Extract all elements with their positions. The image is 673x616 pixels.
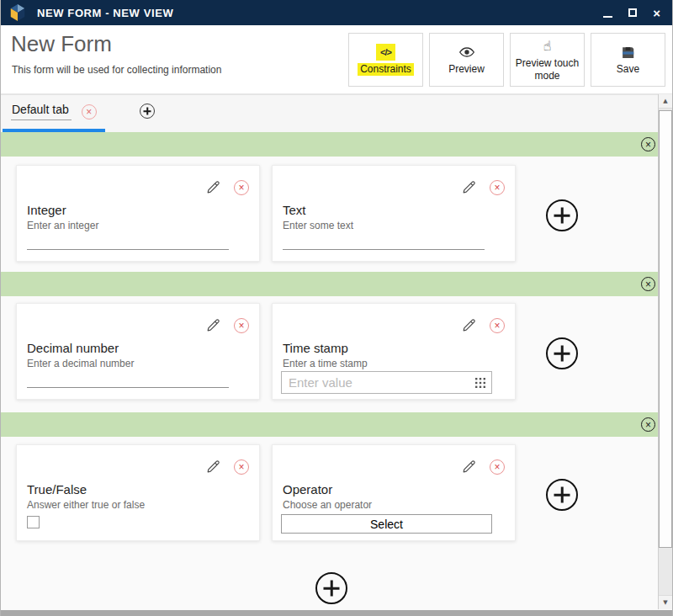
edit-pencil-icon[interactable] (205, 179, 221, 195)
section-1-delete-icon[interactable]: × (641, 137, 655, 151)
edit-pencil-icon[interactable] (461, 317, 477, 333)
add-tab-button[interactable] (140, 104, 155, 119)
maximize-icon[interactable] (628, 8, 637, 17)
window-bottom-border (1, 610, 672, 616)
field-description: Enter a decimal number (27, 358, 134, 369)
section-2-delete-icon[interactable]: × (641, 277, 655, 291)
vertical-scrollbar: ▲ ▼ (658, 94, 672, 609)
window-title: NEW FORM - NEW VIEW (37, 7, 173, 19)
field-title: True/False (27, 482, 87, 497)
window-controls: × (603, 7, 660, 19)
section-1-header: × (1, 132, 659, 157)
decimal-input[interactable] (27, 373, 229, 388)
field-title: Operator (283, 482, 332, 497)
true-false-checkbox[interactable] (27, 516, 40, 528)
field-description: Enter an integer (27, 220, 98, 231)
close-icon[interactable]: × (653, 7, 660, 19)
form-header: New Form This form will be used for coll… (1, 25, 672, 94)
titlebar: NEW FORM - NEW VIEW × (1, 0, 672, 25)
touch-pointer-icon: ☝ (539, 38, 556, 55)
edit-pencil-icon[interactable] (205, 317, 221, 333)
preview-label: Preview (446, 63, 487, 76)
save-label: Save (614, 63, 642, 76)
field-description: Answer either true or false (27, 499, 145, 511)
eye-icon (454, 44, 480, 61)
tab-label[interactable]: Default tab (11, 103, 72, 120)
app-logo-icon (8, 3, 27, 22)
tabbar: Default tab × (1, 94, 659, 132)
preview-button[interactable]: Preview (429, 33, 504, 87)
delete-field-icon[interactable]: × (490, 180, 505, 195)
field-description: Enter a time stamp (283, 358, 368, 369)
field-description: Enter some text (283, 220, 353, 231)
toolbar: </> Constraints Preview ☝ Preview touch … (348, 33, 665, 87)
constraints-label: Constraints (358, 63, 414, 76)
page-title: New Form (11, 31, 112, 57)
add-field-button-section-3[interactable] (546, 479, 578, 511)
section-1-row: × Integer Enter an integer × Text Enter … (1, 165, 659, 262)
scrollbar-thumb[interactable] (659, 110, 672, 548)
add-field-button-section-2[interactable] (546, 337, 578, 369)
scroll-up-icon[interactable]: ▲ (659, 94, 672, 109)
edit-pencil-icon[interactable] (205, 459, 221, 475)
field-card-text: × Text Enter some text (272, 165, 516, 262)
preview-touch-mode-label: Preview touch mode (511, 57, 584, 82)
section-2-row: × Decimal number Enter a decimal number … (1, 303, 659, 400)
scroll-down-icon[interactable]: ▼ (659, 595, 672, 609)
save-icon (617, 44, 639, 61)
timestamp-input[interactable] (282, 375, 475, 390)
tab-default-tab[interactable]: Default tab × (11, 103, 97, 120)
field-card-operator: × Operator Choose an operator Select (272, 444, 516, 541)
field-title: Integer (27, 203, 66, 217)
operator-select-button[interactable]: Select (281, 514, 492, 534)
preview-touch-mode-button[interactable]: ☝ Preview touch mode (510, 33, 585, 87)
delete-field-icon[interactable]: × (490, 459, 505, 475)
delete-field-icon[interactable]: × (234, 318, 249, 333)
save-button[interactable]: Save (591, 33, 665, 87)
edit-pencil-icon[interactable] (461, 459, 477, 475)
page-subtitle: This form will be used for collecting in… (12, 64, 221, 76)
section-3-header: × (1, 412, 659, 437)
text-input[interactable] (283, 235, 485, 250)
code-icon: </> (376, 44, 395, 61)
section-2-header: × (1, 272, 659, 296)
add-section-button[interactable] (315, 572, 347, 604)
field-card-decimal-number: × Decimal number Enter a decimal number (16, 303, 260, 400)
edit-pencil-icon[interactable] (461, 179, 477, 195)
minimize-icon[interactable] (603, 16, 612, 18)
delete-field-icon[interactable]: × (234, 180, 249, 195)
field-title: Text (283, 203, 306, 217)
integer-input[interactable] (27, 235, 229, 250)
delete-field-icon[interactable]: × (490, 318, 505, 333)
timestamp-input-wrapper (281, 371, 492, 394)
picker-grid-icon[interactable] (475, 378, 485, 388)
field-title: Time stamp (283, 341, 348, 355)
section-3-row: × True/False Answer either true or false… (1, 444, 659, 541)
section-3-delete-icon[interactable]: × (641, 417, 655, 432)
field-card-time-stamp: × Time stamp Enter a time stamp (272, 303, 516, 400)
field-card-integer: × Integer Enter an integer (16, 165, 260, 262)
field-card-true-false: × True/False Answer either true or false (16, 444, 260, 541)
constraints-button[interactable]: </> Constraints (348, 33, 423, 87)
app-window: NEW FORM - NEW VIEW × New Form This form… (0, 0, 673, 616)
add-field-button-section-1[interactable] (546, 199, 578, 231)
field-description: Choose an operator (283, 499, 372, 511)
tab-close-icon[interactable]: × (82, 104, 97, 119)
delete-field-icon[interactable]: × (234, 459, 249, 475)
field-title: Decimal number (27, 341, 119, 355)
